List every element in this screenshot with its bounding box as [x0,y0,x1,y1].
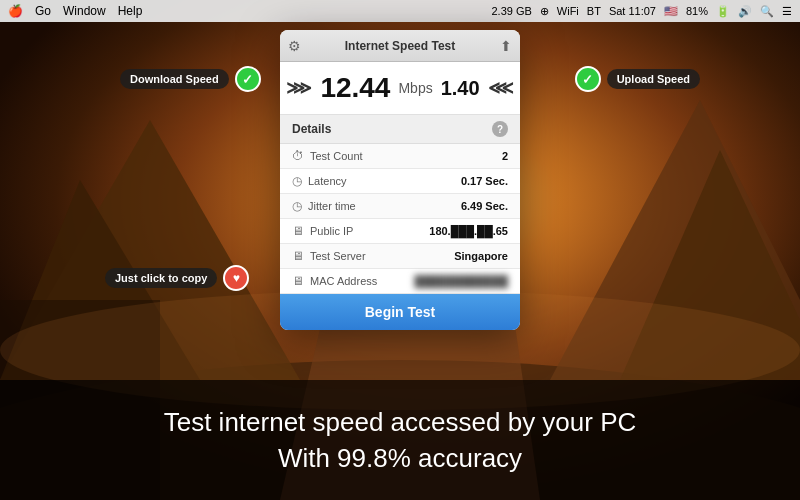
speed-test-widget: ⚙ Internet Speed Test ⬆ ⋙ 12.44 Mbps 1.4… [280,30,520,330]
search-icon[interactable]: 🔍 [760,5,774,18]
copy-badge[interactable]: Just click to copy ♥ [105,265,249,291]
speed-display: ⋙ 12.44 Mbps 1.40 ⋘ [280,62,520,115]
download-number: 12.44 [320,72,390,104]
jitter-value: 6.49 Sec. [461,200,508,212]
begin-test-button[interactable]: Begin Test [280,294,520,330]
menu-go[interactable]: Go [35,4,51,18]
clock: Sat 11:07 [609,5,656,17]
server-icon: 🖥 [292,249,304,263]
wifi-icon: WiFi [557,5,579,17]
test-count-text: Test Count [310,150,363,162]
jitter-label: ◷ Jitter time [292,199,356,213]
download-speed-value: 12.44 [320,72,390,104]
title-bar: ⚙ Internet Speed Test ⬆ [280,30,520,62]
test-count-label: ⏱ Test Count [292,149,363,163]
server-label: 🖥 Test Server [292,249,366,263]
mac-icon: 🖥 [292,274,304,288]
upload-check-icon: ✓ [575,66,601,92]
bottom-line2: With 99.8% accuracy [278,440,522,476]
public-ip-label: 🖥 Public IP [292,224,353,238]
menu-help[interactable]: Help [118,4,143,18]
latency-text: Latency [308,175,347,187]
row-test-count: ⏱ Test Count 2 [280,144,520,169]
volume-icon: 🔊 [738,5,752,18]
row-latency: ◷ Latency 0.17 Sec. [280,169,520,194]
row-mac-address: 🖥 MAC Address ████████████ [280,269,520,294]
heart-icon: ♥ [223,265,249,291]
latency-value: 0.17 Sec. [461,175,508,187]
gear-icon[interactable]: ⚙ [288,38,301,54]
storage-indicator: 2.39 GB [491,5,531,17]
download-check-icon: ✓ [235,66,261,92]
test-count-value: 2 [502,150,508,162]
mac-value: ████████████ [414,275,508,287]
download-badge: Download Speed ✓ [120,66,261,92]
desktop: 🍎 Go Window Help 2.39 GB ⊕ WiFi BT Sat 1… [0,0,800,500]
bluetooth-icon: BT [587,5,601,17]
public-ip-text: Public IP [310,225,353,237]
download-badge-label: Download Speed [120,69,229,89]
battery-percent: 81% [686,5,708,17]
row-public-ip: 🖥 Public IP 180.███.██.65 [280,219,520,244]
window-title: Internet Speed Test [345,39,455,53]
row-test-server: 🖥 Test Server Singapore [280,244,520,269]
copy-badge-label: Just click to copy [105,268,217,288]
timer-icon: ⏱ [292,149,304,163]
menubar: 🍎 Go Window Help 2.39 GB ⊕ WiFi BT Sat 1… [0,0,800,22]
public-ip-value: 180.███.██.65 [429,225,508,237]
network-icon: ⊕ [540,5,549,18]
upload-number: 1.40 [441,77,480,100]
mac-label: 🖥 MAC Address [292,274,377,288]
apple-menu[interactable]: 🍎 [8,4,23,18]
battery-icon: 🔋 [716,5,730,18]
server-text: Test Server [310,250,366,262]
menu-icon[interactable]: ☰ [782,5,792,18]
upload-badge-label: Upload Speed [607,69,700,89]
menubar-right: 2.39 GB ⊕ WiFi BT Sat 11:07 🇺🇸 81% 🔋 🔊 🔍… [491,5,792,18]
bottom-text-overlay: Test internet speed accessed by your PC … [0,380,800,500]
row-jitter: ◷ Jitter time 6.49 Sec. [280,194,520,219]
menu-window[interactable]: Window [63,4,106,18]
flag-icon: 🇺🇸 [664,5,678,18]
menubar-left: 🍎 Go Window Help [8,4,142,18]
share-icon[interactable]: ⬆ [500,38,512,54]
ip-icon: 🖥 [292,224,304,238]
mac-text: MAC Address [310,275,377,287]
latency-icon: ◷ [292,174,302,188]
help-button[interactable]: ? [492,121,508,137]
bottom-line1: Test internet speed accessed by your PC [164,404,637,440]
upload-badge: ✓ Upload Speed [575,66,700,92]
jitter-text: Jitter time [308,200,356,212]
jitter-icon: ◷ [292,199,302,213]
server-value: Singapore [454,250,508,262]
upload-arrows-icon: ⋘ [488,77,514,99]
details-header: Details ? [280,115,520,144]
details-title-label: Details [292,122,331,136]
speed-unit-label: Mbps [398,80,432,96]
latency-label: ◷ Latency [292,174,347,188]
download-arrows-icon: ⋙ [286,77,312,99]
